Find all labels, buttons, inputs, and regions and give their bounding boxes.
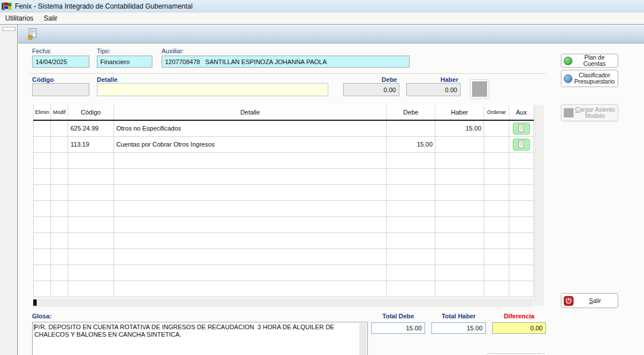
cell-haber: 15.00 <box>435 120 484 136</box>
application-window: Fenix - Sistema Integrado de Contabilida… <box>0 0 644 355</box>
auxiliar-label: Auxiliar: <box>162 48 184 54</box>
salir-button[interactable]: Salir <box>561 293 618 308</box>
diferencia-label: Diferencia <box>492 313 546 320</box>
auxiliar-field[interactable]: 1207708478 SANTILLAN ESPINOZA JOHANNA PA… <box>162 56 410 68</box>
clasificador-presupuestario-button[interactable]: Clasificador Presupuestario <box>561 70 618 87</box>
glosa-text: P/R. DEPOSITO EN CUENTA ROTATIVA DE INGR… <box>34 324 358 338</box>
cell-detalle: Cuentas por Cobrar Otros Ingresos <box>114 136 387 152</box>
table-row-empty[interactable] <box>34 216 534 232</box>
menu-utilitarios[interactable]: Utilitarios <box>0 13 38 23</box>
table-row-empty[interactable] <box>34 152 534 168</box>
total-debe-label: Total Debe <box>371 313 425 320</box>
aux-button[interactable] <box>513 123 530 135</box>
cell-elimin[interactable] <box>34 120 51 136</box>
cell-haber <box>435 136 484 152</box>
cargar-asiento-label: Cargar Asiento Modelo <box>575 107 615 119</box>
table-row-empty[interactable] <box>34 265 534 281</box>
cell-aux <box>509 120 534 136</box>
entry-form: Fecha: Tipo: Auxiliar: 14/04/2025 Financ… <box>18 44 644 355</box>
total-haber-label: Total Haber <box>431 313 486 320</box>
cell-detalle: Otros no Especificados <box>114 120 387 136</box>
table-row-empty[interactable] <box>34 281 534 297</box>
fecha-label: Fecha: <box>32 48 52 54</box>
total-haber-field: 15.00 <box>431 322 486 334</box>
col-aux: Aux <box>509 105 534 120</box>
entries-grid: Elimin Modif Código Detalle Debe Haber O… <box>33 105 533 297</box>
grid-header-row: Elimin Modif Código Detalle Debe Haber O… <box>34 105 534 120</box>
codigo-label: Código <box>32 76 54 83</box>
table-row[interactable]: 113.19 Cuentas por Cobrar Otros Ingresos… <box>34 136 534 152</box>
gray-square-icon <box>564 108 574 117</box>
plan-de-cuentas-button[interactable]: Plan de Cuentas <box>561 54 618 68</box>
cell-ordenar <box>484 136 509 152</box>
col-ordenar: Ordenar <box>484 105 509 120</box>
clasificador-label: Clasificador Presupuestario <box>574 72 615 85</box>
col-modif: Modif <box>51 105 68 120</box>
haber-input[interactable]: 0.00 <box>406 83 461 96</box>
haber-label: Haber <box>406 76 458 83</box>
table-row-empty[interactable] <box>34 249 534 265</box>
table-row-empty[interactable] <box>34 200 534 216</box>
new-entry-document-icon[interactable] <box>26 28 38 40</box>
blue-sphere-icon <box>564 74 572 83</box>
cell-modif[interactable] <box>51 120 68 136</box>
menu-bar: Utilitarios Salir <box>0 13 644 25</box>
codigo-input[interactable] <box>32 83 89 96</box>
col-haber: Haber <box>435 105 484 120</box>
grid-horizontal-scrollbar[interactable] <box>33 298 533 307</box>
grid-vertical-scrollbar[interactable] <box>535 105 544 306</box>
notepad-icon <box>518 140 525 148</box>
glosa-scrollbar[interactable] <box>359 323 367 355</box>
col-debe: Debe <box>387 105 435 120</box>
total-debe-field: 15.00 <box>371 322 425 334</box>
col-elimin: Elimin <box>34 105 51 120</box>
window-title: Fenix - Sistema Integrado de Contabilida… <box>15 2 193 10</box>
menu-salir[interactable]: Salir <box>38 13 62 23</box>
tipo-label: Tipo: <box>97 48 111 54</box>
cell-debe <box>387 120 435 136</box>
debe-label: Debe <box>343 76 397 83</box>
table-row-empty[interactable] <box>34 232 534 249</box>
aux-button[interactable] <box>513 139 530 151</box>
cell-codigo: 625.24.99 <box>68 120 114 136</box>
cell-aux <box>509 136 534 152</box>
cell-modif[interactable] <box>51 136 68 152</box>
cell-debe: 15.00 <box>387 136 435 152</box>
power-icon <box>564 296 574 306</box>
diferencia-field: 0.00 <box>492 322 546 334</box>
toolbar <box>18 25 644 44</box>
detalle-label: Detalle <box>97 76 117 83</box>
windows-logo-icon <box>2 2 11 11</box>
left-dock-panel <box>0 25 18 355</box>
cell-ordenar <box>484 120 509 136</box>
cell-elimin[interactable] <box>34 136 51 152</box>
title-bar: Fenix - Sistema Integrado de Contabilida… <box>0 0 644 13</box>
scrollbar-thumb[interactable] <box>33 299 37 306</box>
entries-body: 625.24.99 Otros no Especificados 15.00 <box>34 120 534 297</box>
col-detalle: Detalle <box>114 105 387 120</box>
plan-de-cuentas-label: Plan de Cuentas <box>574 54 615 67</box>
glosa-textarea[interactable]: P/R. DEPOSITO EN CUENTA ROTATIVA DE INGR… <box>32 322 368 355</box>
detalle-input[interactable] <box>97 83 328 96</box>
table-row-empty[interactable] <box>34 168 534 184</box>
notepad-icon <box>518 124 525 132</box>
green-sphere-icon <box>564 57 572 65</box>
salir-label: Salir <box>575 298 615 304</box>
table-row[interactable]: 625.24.99 Otros no Especificados 15.00 <box>34 120 534 136</box>
add-entry-button[interactable] <box>470 80 489 98</box>
glosa-label: Glosa: <box>32 313 52 320</box>
tipo-field[interactable]: Financiero <box>97 56 152 68</box>
debe-input[interactable]: 0.00 <box>343 83 399 96</box>
dock-grip[interactable] <box>2 27 15 31</box>
col-codigo: Código <box>68 105 114 120</box>
separator-line <box>29 73 546 74</box>
cell-codigo: 113.19 <box>68 136 114 152</box>
table-row-empty[interactable] <box>34 184 534 200</box>
mdi-child-window: Fecha: Tipo: Auxiliar: 14/04/2025 Financ… <box>18 25 644 355</box>
cargar-asiento-modelo-button[interactable]: Cargar Asiento Modelo <box>561 104 618 121</box>
fecha-field[interactable]: 14/04/2025 <box>32 56 89 68</box>
